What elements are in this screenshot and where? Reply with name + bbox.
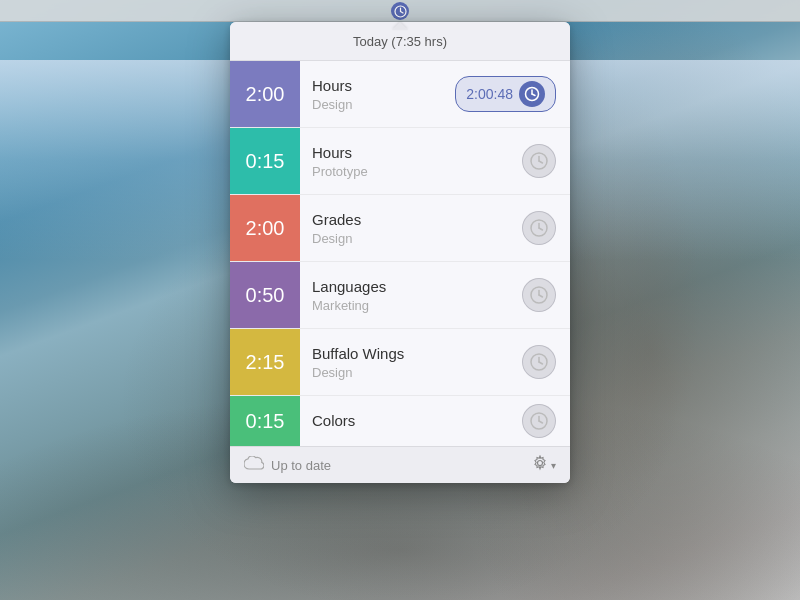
item-subtitle: Design [312, 231, 510, 246]
item-title: Hours [312, 143, 510, 163]
panel-connector [392, 22, 408, 30]
list-item[interactable]: 0:15 Hours Prototype [230, 128, 570, 195]
cloud-icon [244, 456, 264, 474]
clock-icon [529, 285, 549, 305]
main-panel: Today (7:35 hrs) 2:00 Hours Design 2:00:… [230, 22, 570, 483]
item-time: 2:00 [246, 83, 285, 106]
svg-point-21 [538, 461, 543, 466]
list-item[interactable]: 2:00 Hours Design 2:00:48 [230, 61, 570, 128]
items-list: 2:00 Hours Design 2:00:48 [230, 61, 570, 446]
cloud-svg [244, 456, 264, 470]
item-time: 0:50 [246, 284, 285, 307]
item-subtitle: Marketing [312, 298, 510, 313]
list-item[interactable]: 0:15 Colors [230, 396, 570, 446]
list-item[interactable]: 0:50 Languages Marketing [230, 262, 570, 329]
sync-status-text: Up to date [271, 458, 331, 473]
start-timer-button[interactable] [522, 345, 556, 379]
item-action[interactable] [522, 345, 570, 379]
svg-line-17 [539, 362, 543, 364]
start-timer-button[interactable] [522, 144, 556, 178]
item-color-block: 0:15 [230, 128, 300, 194]
item-time: 0:15 [246, 410, 285, 433]
start-timer-button[interactable] [522, 404, 556, 438]
item-subtitle: Prototype [312, 164, 510, 179]
clock-icon [529, 151, 549, 171]
item-color-block: 0:50 [230, 262, 300, 328]
item-info: Buffalo Wings Design [300, 334, 522, 390]
chevron-down-icon[interactable]: ▾ [551, 460, 556, 471]
item-action[interactable] [522, 278, 570, 312]
item-title: Colors [312, 411, 510, 431]
clock-icon [529, 218, 549, 238]
start-timer-button[interactable] [522, 211, 556, 245]
stop-timer-button[interactable] [519, 81, 545, 107]
menubar-clock-icon[interactable] [385, 0, 415, 22]
svg-line-2 [400, 11, 403, 13]
list-item[interactable]: 2:15 Buffalo Wings Design [230, 329, 570, 396]
clock-icon [391, 2, 409, 20]
item-action[interactable] [522, 404, 570, 438]
svg-line-8 [539, 161, 543, 163]
gear-svg [532, 455, 548, 471]
item-action[interactable] [522, 211, 570, 245]
item-info: Hours Prototype [300, 133, 522, 189]
svg-line-20 [539, 421, 543, 423]
item-color-block: 2:00 [230, 61, 300, 127]
item-title: Grades [312, 210, 510, 230]
item-subtitle: Design [312, 97, 443, 112]
footer-settings[interactable]: ▾ [532, 455, 556, 475]
item-info: Grades Design [300, 200, 522, 256]
item-color-block: 2:15 [230, 329, 300, 395]
clock-icon [529, 411, 549, 431]
svg-line-11 [539, 228, 543, 230]
item-time: 2:00 [246, 217, 285, 240]
menubar [0, 0, 800, 22]
footer-status: Up to date [244, 456, 331, 474]
item-time: 2:15 [246, 351, 285, 374]
item-title: Languages [312, 277, 510, 297]
item-action[interactable] [522, 144, 570, 178]
svg-line-14 [539, 295, 543, 297]
item-time: 0:15 [246, 150, 285, 173]
list-item[interactable]: 2:00 Grades Design [230, 195, 570, 262]
item-info: Hours Design [300, 66, 455, 122]
item-title: Hours [312, 76, 443, 96]
clock-active-icon [524, 86, 540, 102]
item-color-block: 0:15 [230, 396, 300, 446]
item-info: Languages Marketing [300, 267, 522, 323]
gear-icon[interactable] [532, 455, 548, 475]
item-action[interactable]: 2:00:48 [455, 76, 570, 112]
active-timer-badge[interactable]: 2:00:48 [455, 76, 556, 112]
item-title: Buffalo Wings [312, 344, 510, 364]
today-summary: Today (7:35 hrs) [353, 34, 447, 49]
clock-svg [394, 5, 407, 18]
item-info: Colors [300, 401, 522, 441]
item-subtitle: Design [312, 365, 510, 380]
active-time: 2:00:48 [466, 86, 513, 102]
start-timer-button[interactable] [522, 278, 556, 312]
item-color-block: 2:00 [230, 195, 300, 261]
clock-icon [529, 352, 549, 372]
panel-footer: Up to date ▾ [230, 446, 570, 483]
svg-line-5 [532, 94, 535, 96]
